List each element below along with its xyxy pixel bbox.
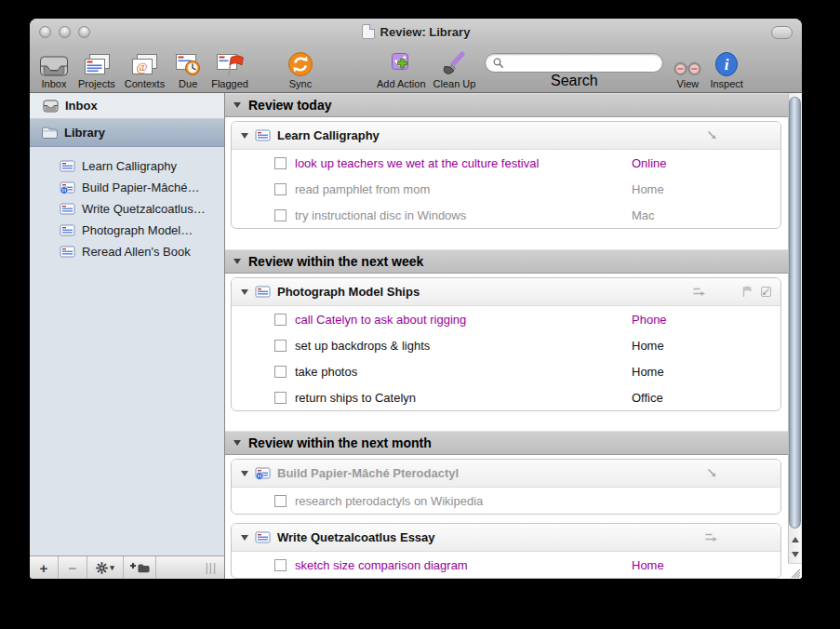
checkbox[interactable] xyxy=(274,340,287,352)
section-header-review-next-week[interactable]: Review within the next week xyxy=(225,249,788,274)
title-bar[interactable]: Review: Library xyxy=(30,19,802,45)
sidebar-project-photograph-model[interactable]: Photograph Model… xyxy=(30,220,224,241)
vertical-scrollbar[interactable] xyxy=(788,93,802,579)
inbox-toolbar-button[interactable]: Inbox xyxy=(39,47,69,89)
action-row[interactable]: take photos Home xyxy=(232,358,780,384)
action-title: return ships to Catelyn xyxy=(295,391,632,405)
checkbox[interactable] xyxy=(274,495,287,507)
project-group-header[interactable]: Write Quetzalcoatlus Essay xyxy=(232,524,780,552)
sidebar-project-reread-allens-book[interactable]: Reread Allen's Book xyxy=(30,241,224,262)
checkbox[interactable] xyxy=(274,209,287,221)
minimize-button[interactable] xyxy=(59,26,71,38)
remove-button[interactable]: − xyxy=(59,556,87,579)
checkbox[interactable] xyxy=(274,157,287,169)
action-row[interactable]: read pamphlet from mom Home xyxy=(232,176,780,202)
svg-text:@: @ xyxy=(137,60,148,74)
disclosure-triangle-icon[interactable] xyxy=(241,535,248,541)
flagged-flag-icon xyxy=(215,50,245,77)
checkbox[interactable] xyxy=(274,559,287,571)
action-row[interactable]: research pterodactyls on Wikipedia xyxy=(232,488,780,514)
sidebar-project-label: Write Quetzalcoatlus… xyxy=(82,202,206,216)
scroll-down-button[interactable] xyxy=(788,547,802,562)
disclosure-triangle-icon[interactable] xyxy=(233,440,241,446)
review-arrow-icon[interactable] xyxy=(704,532,718,543)
view-toolbar-button[interactable]: View xyxy=(673,47,702,89)
close-button[interactable] xyxy=(39,26,51,38)
sidebar-item-inbox[interactable]: Inbox xyxy=(30,93,224,119)
window-title: Review: Library xyxy=(380,25,471,39)
sidebar-item-library[interactable]: Library xyxy=(30,119,224,147)
project-name: Photograph Model Ships xyxy=(277,285,420,299)
disclosure-triangle-icon[interactable] xyxy=(241,289,248,295)
add-button[interactable]: + xyxy=(30,556,59,579)
disclosure-triangle-icon[interactable] xyxy=(241,471,248,476)
project-name: Learn Calligraphy xyxy=(277,128,380,142)
checkbox[interactable] xyxy=(274,183,287,195)
projects-toolbar-label: Projects xyxy=(78,78,115,89)
action-row[interactable]: look up teachers we wet at the culture f… xyxy=(232,150,780,176)
action-row[interactable]: call Catelyn to ask about rigging Phone xyxy=(232,306,780,332)
review-arrow-icon[interactable] xyxy=(692,287,706,298)
sidebar-resize-handle[interactable]: ||| xyxy=(206,556,224,579)
flagged-toolbar-button[interactable]: Flagged xyxy=(211,47,248,89)
sync-toolbar-button[interactable]: Sync xyxy=(287,47,313,89)
search-field[interactable] xyxy=(485,53,663,73)
sidebar-library-label: Library xyxy=(64,126,105,140)
clean-up-toolbar-button[interactable]: Clean Up xyxy=(433,47,476,89)
project-group-header[interactable]: Build Papier-Mâché Pterodactyl xyxy=(232,460,780,488)
sidebar-project-learn-calligraphy[interactable]: Learn Calligraphy xyxy=(30,155,224,177)
scroll-up-button[interactable] xyxy=(788,532,802,547)
note-icon[interactable] xyxy=(760,286,772,298)
project-group-write-quetzalcoatlus-essay: Write Quetzalcoatlus Essay sketch size c… xyxy=(231,523,781,579)
project-group-learn-calligraphy: Learn Calligraphy look up teachers we we… xyxy=(231,121,781,229)
sidebar-project-write-quetzalcoatlus[interactable]: Write Quetzalcoatlus… xyxy=(30,198,224,220)
action-row[interactable]: try instructional disc in Windows Mac xyxy=(232,202,780,228)
due-toolbar-button[interactable]: Due xyxy=(174,47,202,89)
action-row[interactable]: sketch size comparison diagram Home xyxy=(232,552,780,578)
view-toolbar-label: View xyxy=(677,78,700,89)
section-header-review-next-month[interactable]: Review within the next month xyxy=(225,431,788,455)
inbox-toolbar-label: Inbox xyxy=(42,78,67,89)
checkbox[interactable] xyxy=(274,366,287,378)
window-resize-grip[interactable] xyxy=(788,563,802,579)
project-name: Write Quetzalcoatlus Essay xyxy=(277,530,435,544)
disclosure-triangle-icon[interactable] xyxy=(241,133,248,139)
search-block: Search xyxy=(485,47,663,89)
projects-toolbar-button[interactable]: Projects xyxy=(78,47,115,89)
add-action-check-icon xyxy=(387,50,415,77)
section-header-review-today[interactable]: Review today xyxy=(225,93,788,117)
section-title: Review today xyxy=(248,98,331,113)
project-doc-icon xyxy=(60,246,75,258)
search-toolbar-label: Search xyxy=(551,73,598,89)
context-label: Home xyxy=(632,182,771,196)
action-row[interactable]: set up backdrops & lights Home xyxy=(232,332,780,358)
checkbox[interactable] xyxy=(274,314,287,326)
action-row[interactable]: return ships to Catelyn Office xyxy=(232,384,780,410)
inspect-info-icon: i xyxy=(714,50,739,77)
disclosure-triangle-icon[interactable] xyxy=(233,259,241,264)
zoom-button[interactable] xyxy=(78,26,90,38)
inbox-small-icon xyxy=(43,100,59,113)
focus-arrow-icon[interactable] xyxy=(706,129,718,141)
project-group-header[interactable]: Learn Calligraphy xyxy=(232,122,780,150)
checkbox[interactable] xyxy=(274,392,287,404)
add-action-toolbar-button[interactable]: Add Action xyxy=(377,47,426,89)
add-folder-button[interactable] xyxy=(124,556,156,579)
project-group-header[interactable]: Photograph Model Ships xyxy=(232,278,780,306)
action-menu-button[interactable]: ▾ xyxy=(87,556,124,579)
gear-caret: ▾ xyxy=(110,563,114,572)
focus-arrow-icon[interactable] xyxy=(706,467,718,479)
contexts-toolbar-button[interactable]: @ Contexts xyxy=(125,47,165,89)
toolbar-toggle-pill[interactable] xyxy=(771,26,793,39)
flag-icon[interactable] xyxy=(741,286,753,298)
project-doc-icon xyxy=(60,160,75,172)
inbox-tray-icon xyxy=(39,50,69,77)
library-folder-icon xyxy=(41,126,58,140)
inspect-toolbar-button[interactable]: i Inspect xyxy=(710,47,742,89)
search-input[interactable] xyxy=(507,56,655,71)
context-label: Mac xyxy=(632,208,771,222)
sidebar-project-build-papier-mache[interactable]: Build Papier-Mâché… xyxy=(30,177,224,198)
sidebar-project-label: Learn Calligraphy xyxy=(82,159,177,173)
scrollbar-thumb[interactable] xyxy=(789,97,801,529)
disclosure-triangle-icon[interactable] xyxy=(233,102,241,108)
